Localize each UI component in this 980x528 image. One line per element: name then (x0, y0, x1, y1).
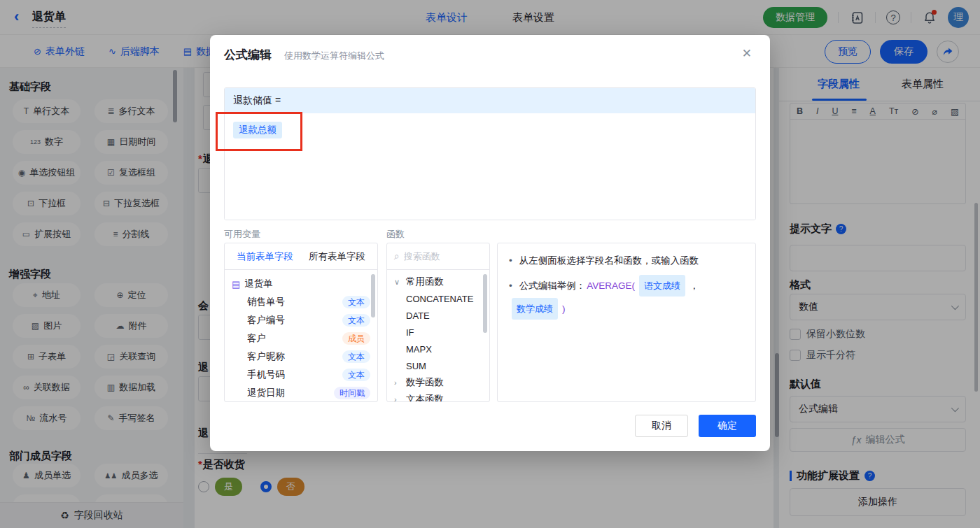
type-badge: 文本 (342, 314, 370, 327)
bullet-icon: • (509, 276, 512, 295)
function-search[interactable]: ⌕ (387, 243, 489, 270)
help-line-2: • 公式编辑举例： AVERAGE( 语文成绩 ， 数学成绩 ) (509, 275, 744, 320)
cancel-button[interactable]: 取消 (635, 415, 688, 437)
formula-editor-box: 退款储值 = 退款总额 (224, 87, 756, 220)
function-item[interactable]: DATE (394, 307, 489, 324)
functions-scrollbar[interactable] (483, 274, 487, 333)
example-chip: 数学成绩 (512, 298, 558, 320)
variable-row[interactable]: 客户成员 (232, 329, 370, 348)
functions-label: 函数 (386, 228, 405, 241)
variables-tree: ▤ 退货单 销售单号文本 客户编号文本 客户成员 客户昵称文本 手机号码文本 退… (225, 270, 377, 402)
modal-title: 公式编辑 (224, 47, 272, 63)
close-icon[interactable]: ✕ (742, 46, 752, 61)
variables-label: 可用变量 (224, 228, 260, 241)
example-comma: ， (690, 276, 699, 295)
example-function-close: ) (562, 299, 566, 318)
type-badge: 文本 (342, 350, 370, 363)
function-item[interactable]: IF (394, 324, 489, 341)
variable-row[interactable]: 手机号码文本 (232, 366, 370, 384)
function-item[interactable]: SUM (394, 357, 489, 374)
type-badge: 成员 (342, 332, 370, 345)
tree-root-form[interactable]: ▤ 退货单 (232, 275, 370, 293)
search-icon: ⌕ (394, 250, 400, 262)
caret-right-icon: › (394, 378, 402, 387)
functions-panel: ⌕ ∨常用函数 CONCATENATE DATE IF MAPX SUM ›数学… (386, 243, 490, 402)
confirm-button[interactable]: 确定 (699, 415, 756, 437)
form-doc-icon: ▤ (232, 279, 240, 290)
bullet-icon: • (509, 251, 512, 270)
formula-variable-chip[interactable]: 退款总额 (233, 122, 282, 138)
variables-scrollbar[interactable] (371, 274, 375, 317)
modal-subtitle: 使用数学运算符编辑公式 (284, 50, 384, 62)
function-item[interactable]: MAPX (394, 341, 489, 357)
type-badge: 文本 (342, 369, 370, 381)
function-item[interactable]: CONCATENATE (394, 290, 489, 307)
function-group-common[interactable]: ∨常用函数 (394, 273, 489, 290)
function-group-text[interactable]: ›文本函数 (394, 391, 489, 402)
tab-all-form-fields[interactable]: 所有表单字段 (309, 250, 365, 263)
variable-row[interactable]: 客户编号文本 (232, 311, 370, 329)
variable-row[interactable]: 退货日期时间戳 (232, 384, 370, 402)
help-line-1: • 从左侧面板选择字段名和函数，或输入函数 (509, 251, 744, 270)
caret-down-icon: ∨ (394, 278, 402, 287)
tab-current-form-fields[interactable]: 当前表单字段 (237, 250, 293, 263)
formula-edit-modal: 公式编辑 使用数学运算符编辑公式 ✕ 退款储值 = 退款总额 可用变量 当前表单… (210, 35, 770, 451)
example-chip: 语文成绩 (639, 275, 685, 297)
caret-right-icon: › (394, 395, 402, 402)
variable-row[interactable]: 客户昵称文本 (232, 348, 370, 366)
formula-help-panel: • 从左侧面板选择字段名和函数，或输入函数 • 公式编辑举例： AVERAGE(… (497, 243, 756, 402)
formula-target: 退款储值 = (225, 88, 755, 113)
variable-row[interactable]: 销售单号文本 (232, 293, 370, 311)
variables-tabs: 当前表单字段 所有表单字段 (225, 243, 377, 270)
function-search-input[interactable] (404, 251, 474, 262)
example-function-name: AVERAGE( (587, 276, 635, 295)
function-group-math[interactable]: ›数学函数 (394, 374, 489, 391)
type-badge: 时间戳 (334, 387, 370, 399)
formula-body[interactable]: 退款总额 (225, 113, 755, 220)
functions-tree: ∨常用函数 CONCATENATE DATE IF MAPX SUM ›数学函数… (387, 270, 489, 402)
variables-panel: 当前表单字段 所有表单字段 ▤ 退货单 销售单号文本 客户编号文本 客户成员 客… (224, 243, 378, 402)
app-screen: ‹ 退货单 表单设计 表单设置 数据管理 ? 理 ⊘ 表单外链 (0, 0, 980, 528)
type-badge: 文本 (342, 296, 370, 308)
